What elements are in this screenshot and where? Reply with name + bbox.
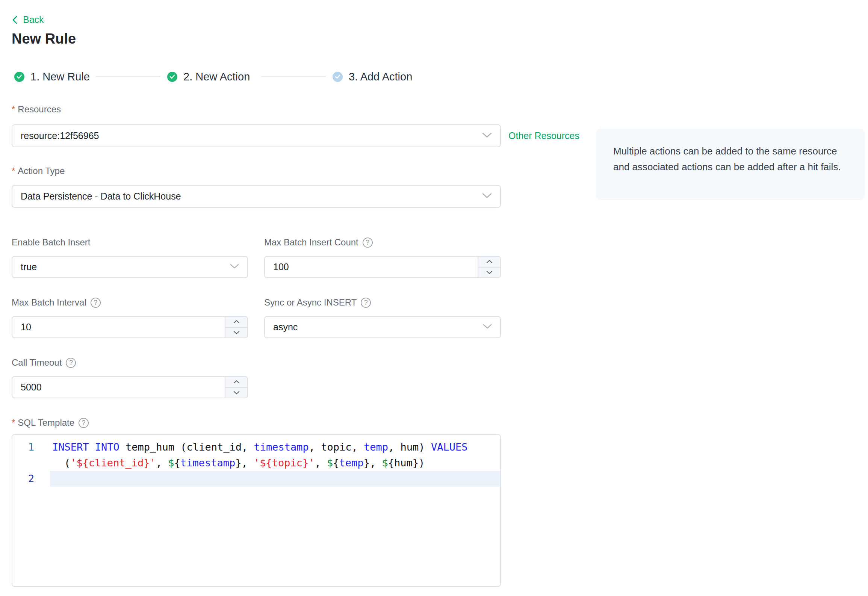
- enable-batch-select[interactable]: true: [12, 256, 248, 278]
- code-text: ('${client_id}', ${timestamp}, '${topic}…: [50, 455, 500, 471]
- chevron-down-icon: [482, 132, 492, 139]
- required-mark: *: [12, 418, 15, 427]
- chevron-down-icon: [482, 193, 492, 200]
- max-batch-interval-input[interactable]: [12, 316, 248, 338]
- step-item-1[interactable]: 1. New Rule: [14, 71, 90, 83]
- code-text: [50, 471, 500, 487]
- max-batch-count-field: [264, 256, 501, 278]
- required-mark: *: [12, 105, 15, 114]
- back-link[interactable]: Back: [12, 14, 44, 25]
- back-label: Back: [23, 14, 44, 25]
- decrease-button[interactable]: [478, 268, 500, 278]
- sql-editor-lines: 1INSERT INTO temp_hum (client_id, timest…: [12, 439, 500, 487]
- line-number: [12, 455, 50, 471]
- number-spinner: [225, 377, 247, 398]
- sql-template-editor[interactable]: 1INSERT INTO temp_hum (client_id, timest…: [12, 434, 501, 587]
- step-label: 1. New Rule: [30, 71, 90, 83]
- chevron-left-icon: [12, 15, 18, 24]
- action-type-select[interactable]: Data Persistence - Data to ClickHouse: [12, 185, 501, 208]
- number-spinner: [225, 317, 247, 337]
- chevron-down-icon: [483, 324, 492, 331]
- code-line[interactable]: 1INSERT INTO temp_hum (client_id, timest…: [12, 439, 500, 455]
- sql-template-label: * SQL Template ?: [12, 417, 89, 428]
- check-circle-icon: [167, 72, 177, 82]
- sync-async-label: Sync or Async INSERT ?: [264, 297, 371, 308]
- action-type-select-value: Data Persistence - Data to ClickHouse: [12, 191, 500, 202]
- new-rule-page: Back New Rule 1. New Rule2. New Action3.…: [0, 0, 868, 596]
- check-circle-icon: [14, 72, 24, 82]
- resources-select-value: resource:12f56965: [12, 130, 500, 141]
- help-icon[interactable]: ?: [361, 298, 371, 308]
- page-title: New Rule: [12, 31, 76, 47]
- step-label: 2. New Action: [183, 71, 250, 83]
- call-timeout-label: Call Timeout ?: [12, 357, 76, 368]
- decrease-button[interactable]: [225, 388, 247, 398]
- steps-bar: 1. New Rule2. New Action3. Add Action: [12, 71, 493, 83]
- call-timeout-field: [12, 376, 248, 398]
- call-timeout-input[interactable]: [12, 376, 248, 398]
- step-item-3[interactable]: 3. Add Action: [333, 71, 412, 83]
- help-icon[interactable]: ?: [79, 418, 89, 428]
- increase-button[interactable]: [225, 317, 247, 328]
- resources-label: * Resources: [12, 104, 61, 115]
- help-icon[interactable]: ?: [91, 298, 101, 308]
- check-circle-pending-icon: [333, 72, 343, 82]
- increase-button[interactable]: [225, 377, 247, 388]
- max-batch-count-input[interactable]: [264, 256, 501, 278]
- max-batch-interval-label: Max Batch Interval ?: [12, 297, 101, 308]
- resources-select[interactable]: resource:12f56965: [12, 124, 501, 147]
- sync-async-select[interactable]: async: [264, 316, 501, 338]
- chevron-down-icon: [230, 264, 239, 271]
- code-line[interactable]: ('${client_id}', ${timestamp}, '${topic}…: [12, 455, 500, 471]
- other-resources-link[interactable]: Other Resources: [508, 130, 579, 141]
- enable-batch-select-value: true: [12, 262, 247, 272]
- code-text: INSERT INTO temp_hum (client_id, timesta…: [50, 439, 500, 455]
- help-icon[interactable]: ?: [363, 237, 373, 248]
- decrease-button[interactable]: [225, 328, 247, 338]
- line-number: 2: [12, 471, 50, 487]
- max-batch-count-label: Max Batch Insert Count ?: [264, 237, 373, 248]
- step-label: 3. Add Action: [349, 71, 412, 83]
- max-batch-interval-field: [12, 316, 248, 338]
- help-icon[interactable]: ?: [66, 358, 76, 368]
- info-box: Multiple actions can be added to the sam…: [596, 129, 865, 200]
- action-type-label: * Action Type: [12, 165, 65, 177]
- line-number: 1: [12, 439, 50, 455]
- number-spinner: [478, 257, 500, 277]
- step-connector: [96, 76, 160, 77]
- enable-batch-label: Enable Batch Insert: [12, 237, 90, 248]
- required-mark: *: [12, 166, 15, 175]
- sync-async-select-value: async: [265, 322, 500, 333]
- increase-button[interactable]: [478, 257, 500, 268]
- step-item-2[interactable]: 2. New Action: [167, 71, 250, 83]
- step-connector: [261, 76, 326, 77]
- code-line[interactable]: 2: [12, 471, 500, 487]
